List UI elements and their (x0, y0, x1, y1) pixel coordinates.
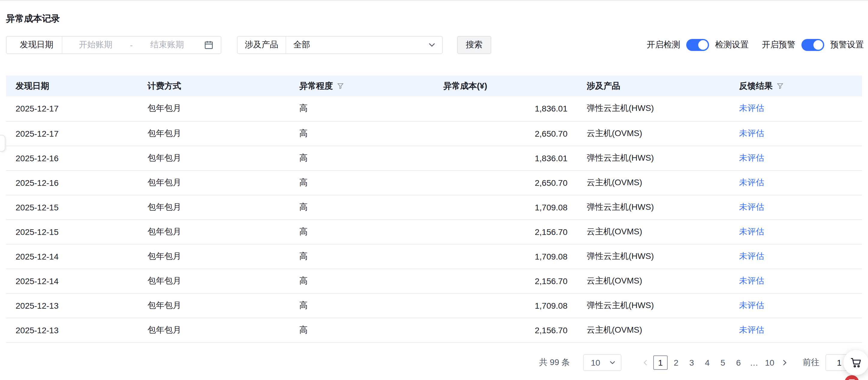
feedback-status-link[interactable]: 未评估 (739, 128, 764, 138)
cell-billing: 包年包月 (138, 219, 290, 244)
product-select-label: 涉及产品 (238, 40, 285, 50)
alert-toggle[interactable] (801, 39, 824, 51)
col-header-severity: 异常程度 (290, 75, 434, 97)
page-number-1[interactable]: 1 (653, 355, 668, 370)
goto-page-label: 前往 (803, 357, 819, 368)
abnormal-cost-page: 异常成本记录 发现日期 开始账期 - 结束账期 涉及产品 全部 搜索 开启检测 … (0, 0, 868, 380)
page-number-10[interactable]: 10 (763, 355, 777, 370)
feedback-filter-icon[interactable] (776, 82, 784, 90)
cell-cost: 1,709.08 (434, 293, 577, 318)
table-row: 2025-12-14 包年包月 高 2,156.70 云主机(OVMS) 未评估 (6, 269, 862, 293)
next-page-button[interactable] (777, 355, 792, 370)
feedback-status-link[interactable]: 未评估 (739, 152, 764, 162)
table-header-row: 发现日期 计费方式 异常程度 异常成本(¥) 涉及产品 反馈结果 (6, 75, 862, 97)
pagination: 共 99 条 10 1 2 3 4 5 6 … 10 前往 (539, 354, 853, 371)
cell-date: 2025-12-13 (6, 318, 138, 342)
cell-feedback: 未评估 (730, 293, 862, 318)
page-number-3[interactable]: 3 (684, 355, 699, 370)
cell-feedback: 未评估 (730, 146, 862, 170)
left-panel-handle[interactable] (0, 135, 5, 152)
cell-feedback: 未评估 (730, 318, 862, 342)
page-number-2[interactable]: 2 (669, 355, 683, 370)
product-select[interactable]: 涉及产品 全部 (237, 36, 443, 54)
feedback-status-link[interactable]: 未评估 (739, 226, 764, 236)
page-number-4[interactable]: 4 (700, 355, 714, 370)
severity-filter-icon[interactable] (337, 82, 344, 90)
col-header-feedback: 反馈结果 (730, 75, 862, 97)
cell-date: 2025-12-16 (6, 146, 138, 170)
page-number-5[interactable]: 5 (716, 355, 730, 370)
cell-severity: 高 (290, 97, 434, 121)
cell-cost: 1,709.08 (434, 195, 577, 219)
cell-date: 2025-12-13 (6, 293, 138, 318)
feedback-status-link[interactable]: 未评估 (739, 202, 764, 211)
cell-cost: 1,836.01 (434, 97, 577, 121)
page-size-select[interactable]: 10 (583, 354, 621, 371)
page-number-6[interactable]: 6 (731, 355, 746, 370)
feedback-status-link[interactable]: 未评估 (739, 324, 764, 334)
feedback-status-link[interactable]: 未评估 (739, 251, 764, 261)
alert-settings-button[interactable]: 预警设置 (830, 40, 864, 50)
cell-feedback: 未评估 (730, 269, 862, 293)
cell-cost: 2,650.70 (434, 121, 577, 146)
cell-product: 弹性云主机(HWS) (577, 195, 730, 219)
table-row: 2025-12-13 包年包月 高 2,156.70 云主机(OVMS) 未评估 (6, 318, 862, 342)
cell-cost: 2,156.70 (434, 219, 577, 244)
total-count-text: 共 99 条 (539, 357, 570, 368)
table-row: 2025-12-14 包年包月 高 1,709.08 弹性云主机(HWS) 未评… (6, 244, 862, 269)
cell-billing: 包年包月 (138, 97, 290, 121)
cell-billing: 包年包月 (138, 269, 290, 293)
feedback-status-link[interactable]: 未评估 (739, 300, 764, 310)
cell-severity: 高 (290, 318, 434, 342)
feedback-status-link[interactable]: 未评估 (739, 103, 764, 113)
cart-icon (849, 356, 863, 369)
cell-cost: 2,156.70 (434, 269, 577, 293)
abnormal-cost-table: 发现日期 计费方式 异常程度 异常成本(¥) 涉及产品 反馈结果 2025-12… (6, 75, 862, 343)
calendar-icon[interactable] (204, 40, 214, 50)
cell-date: 2025-12-14 (6, 269, 138, 293)
detection-toggle[interactable] (686, 39, 709, 51)
feedback-status-link[interactable]: 未评估 (739, 177, 764, 187)
table-row: 2025-12-16 包年包月 高 2,650.70 云主机(OVMS) 未评估 (6, 170, 862, 195)
cell-severity: 高 (290, 269, 434, 293)
detection-alert-controls: 开启检测 检测设置 开启预警 预警设置 (647, 36, 864, 54)
page-size-value: 10 (591, 358, 600, 368)
detection-settings-button[interactable]: 检测设置 (715, 40, 749, 50)
date-separator: - (129, 40, 134, 50)
cell-severity: 高 (290, 244, 434, 269)
start-period-placeholder: 开始账期 (62, 40, 129, 50)
discover-date-range-picker[interactable]: 发现日期 开始账期 - 结束账期 (6, 36, 221, 54)
page-ellipsis[interactable]: … (747, 355, 761, 370)
chevron-down-icon (428, 41, 436, 49)
cell-billing: 包年包月 (138, 195, 290, 219)
cell-product: 弹性云主机(HWS) (577, 146, 730, 170)
product-select-value: 全部 (286, 40, 428, 50)
cell-product: 云主机(OVMS) (577, 269, 730, 293)
cell-product: 弹性云主机(HWS) (577, 244, 730, 269)
col-header-billing: 计费方式 (138, 75, 290, 97)
alert-toggle-label: 开启预警 (762, 40, 796, 50)
table-row: 2025-12-15 包年包月 高 1,709.08 弹性云主机(HWS) 未评… (6, 195, 862, 219)
search-button[interactable]: 搜索 (457, 36, 491, 54)
service-floating-badge[interactable] (845, 375, 859, 380)
cell-cost: 1,836.01 (434, 146, 577, 170)
chevron-down-icon (609, 359, 616, 366)
cell-feedback: 未评估 (730, 97, 862, 121)
cell-severity: 高 (290, 121, 434, 146)
cell-feedback: 未评估 (730, 121, 862, 146)
table-row: 2025-12-17 包年包月 高 2,650.70 云主机(OVMS) 未评估 (6, 121, 862, 146)
cell-cost: 1,709.08 (434, 244, 577, 269)
cell-billing: 包年包月 (138, 146, 290, 170)
cell-billing: 包年包月 (138, 293, 290, 318)
cart-floating-button[interactable] (843, 350, 868, 375)
table-row: 2025-12-13 包年包月 高 1,709.08 弹性云主机(HWS) 未评… (6, 293, 862, 318)
cell-cost: 2,156.70 (434, 318, 577, 342)
col-header-cost: 异常成本(¥) (434, 75, 577, 97)
cell-date: 2025-12-15 (6, 195, 138, 219)
cell-product: 弹性云主机(HWS) (577, 97, 730, 121)
detection-toggle-label: 开启检测 (647, 40, 680, 50)
col-header-date: 发现日期 (6, 75, 138, 97)
prev-page-button[interactable] (638, 355, 653, 370)
cell-date: 2025-12-14 (6, 244, 138, 269)
feedback-status-link[interactable]: 未评估 (739, 275, 764, 285)
